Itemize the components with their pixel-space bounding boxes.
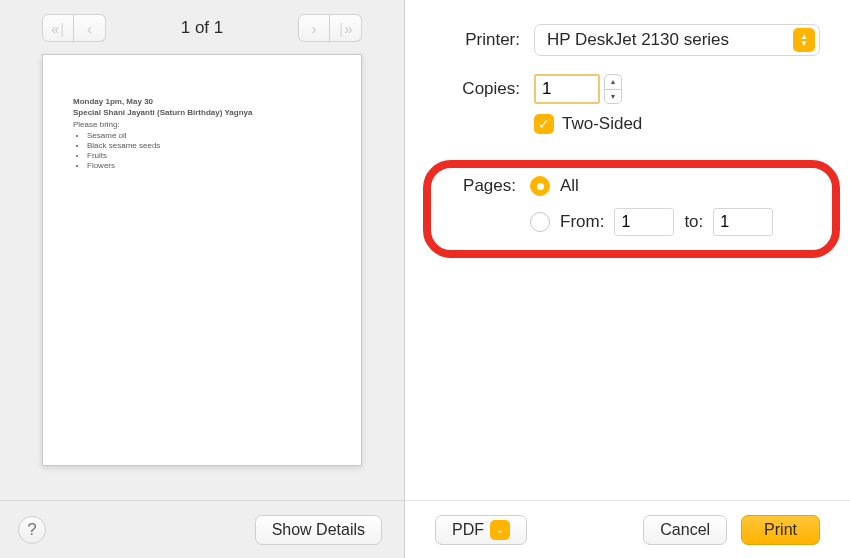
two-sided-checkbox[interactable]: ✓ — [534, 114, 554, 134]
printer-value: HP DeskJet 2130 series — [547, 30, 729, 50]
separator-icon: | — [339, 20, 343, 37]
preview-line-1: Monday 1pm, May 30 — [73, 97, 331, 107]
show-details-label: Show Details — [272, 521, 365, 539]
pages-all-radio[interactable] — [530, 176, 550, 196]
pages-to-input[interactable] — [713, 208, 773, 236]
preview-page: Monday 1pm, May 30 Special Shani Jayanti… — [42, 54, 362, 466]
pages-from-input[interactable] — [614, 208, 674, 236]
next-page-group: › | » — [298, 14, 362, 42]
double-chevron-right-icon: » — [344, 20, 352, 37]
first-page-button[interactable]: « | — [42, 14, 74, 42]
last-page-button[interactable]: | » — [330, 14, 362, 42]
separator-icon: | — [60, 20, 64, 37]
list-item: Fruits — [87, 151, 331, 161]
preview-please-bring: Please bring: — [73, 120, 331, 130]
pages-all-label: All — [560, 176, 579, 196]
preview-item-list: Sesame oil Black sesame seeds Fruits Flo… — [87, 131, 331, 171]
updown-chevron-icon: ▲▼ — [793, 28, 815, 52]
prev-page-button[interactable]: ‹ — [74, 14, 106, 42]
chevron-down-icon: ⌄ — [490, 520, 510, 540]
help-icon: ? — [27, 520, 36, 540]
preview-line-2: Special Shani Jayanti (Saturn Birthday) … — [73, 108, 331, 118]
pages-all-row: Pages: All — [437, 176, 814, 196]
footer-right-buttons: Cancel Print — [643, 515, 820, 545]
list-item: Flowers — [87, 161, 331, 171]
show-details-button[interactable]: Show Details — [255, 515, 382, 545]
pages-highlight: Pages: All From: to: — [423, 160, 840, 258]
settings-pane: Printer: HP DeskJet 2130 series ▲▼ Copie… — [405, 0, 850, 558]
pages-from-label: From: — [560, 212, 604, 232]
chevron-left-icon: ‹ — [87, 20, 92, 37]
check-icon: ✓ — [538, 116, 550, 132]
left-footer: ? Show Details — [0, 500, 404, 558]
print-label: Print — [764, 521, 797, 539]
preview-pane: « | ‹ 1 of 1 › | » Monday 1pm, May 30 Sp… — [0, 0, 405, 558]
help-button[interactable]: ? — [18, 516, 46, 544]
right-footer: PDF ⌄ Cancel Print — [405, 500, 850, 558]
pages-range-row: From: to: — [530, 208, 814, 236]
pager-bar: « | ‹ 1 of 1 › | » — [0, 10, 404, 54]
copies-label: Copies: — [435, 79, 520, 99]
list-item: Sesame oil — [87, 131, 331, 141]
two-sided-row: ✓ Two-Sided — [534, 114, 820, 134]
stepper-up-icon: ▲ — [605, 75, 621, 90]
pages-range-radio[interactable] — [530, 212, 550, 232]
printer-label: Printer: — [435, 30, 520, 50]
cancel-button[interactable]: Cancel — [643, 515, 727, 545]
chevron-right-icon: › — [311, 20, 316, 37]
printer-select[interactable]: HP DeskJet 2130 series ▲▼ — [534, 24, 820, 56]
list-item: Black sesame seeds — [87, 141, 331, 151]
pages-to-label: to: — [684, 212, 703, 232]
pdf-button[interactable]: PDF ⌄ — [435, 515, 527, 545]
copies-input[interactable] — [534, 74, 600, 104]
printer-row: Printer: HP DeskJet 2130 series ▲▼ — [435, 24, 820, 56]
prev-page-group: « | ‹ — [42, 14, 106, 42]
next-page-button[interactable]: › — [298, 14, 330, 42]
page-counter: 1 of 1 — [181, 18, 224, 38]
print-button[interactable]: Print — [741, 515, 820, 545]
stepper-down-icon: ▼ — [605, 90, 621, 104]
copies-stepper[interactable]: ▲ ▼ — [604, 74, 622, 104]
preview-wrap: Monday 1pm, May 30 Special Shani Jayanti… — [0, 54, 404, 500]
two-sided-label: Two-Sided — [562, 114, 642, 134]
pdf-label: PDF — [452, 521, 484, 539]
copies-row: Copies: ▲ ▼ — [435, 74, 820, 104]
double-chevron-left-icon: « — [51, 20, 59, 37]
cancel-label: Cancel — [660, 521, 710, 539]
pages-label: Pages: — [437, 176, 516, 196]
